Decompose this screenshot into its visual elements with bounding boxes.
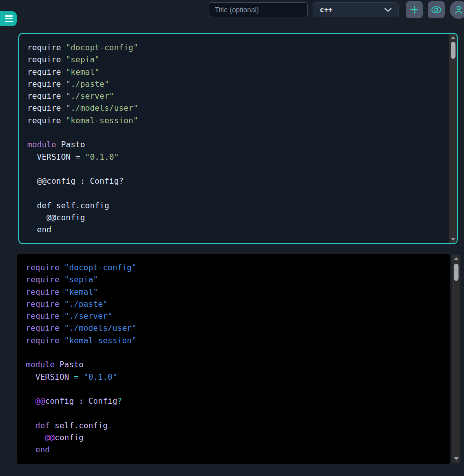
new-paste-button[interactable] bbox=[406, 1, 423, 18]
code-line bbox=[27, 127, 440, 139]
code-line: module Pasto bbox=[27, 139, 440, 151]
code-line: def self.config bbox=[27, 200, 440, 212]
code-line: require "docopt-config" bbox=[26, 262, 442, 274]
hamburger-menu-button[interactable] bbox=[0, 11, 17, 26]
code-line: require "./models/user" bbox=[27, 102, 440, 114]
user-account-button[interactable] bbox=[450, 1, 464, 19]
title-input[interactable] bbox=[209, 2, 308, 17]
highlight-preview-panel: require "docopt-config"require "sepia"re… bbox=[17, 254, 450, 464]
preview-scrollbar[interactable] bbox=[452, 255, 460, 463]
chevron-down-icon bbox=[384, 8, 392, 12]
code-line: end bbox=[27, 224, 440, 236]
code-line: end bbox=[26, 444, 442, 456]
code-editor-panel: require "docopt-config"require "sepia"re… bbox=[18, 33, 458, 244]
code-line: require "kemal-session" bbox=[27, 115, 440, 127]
code-line: require "sepia" bbox=[26, 274, 442, 286]
hamburger-icon bbox=[5, 15, 13, 16]
code-line: require "./paste" bbox=[27, 78, 440, 90]
pastebin-app: { "topbar": { "title_placeholder": "Titl… bbox=[0, 0, 464, 476]
code-editor[interactable]: require "docopt-config"require "sepia"re… bbox=[19, 34, 457, 244]
code-line: require "docopt-config" bbox=[27, 42, 440, 54]
editor-scrollbar[interactable] bbox=[449, 34, 457, 243]
code-line: require "sepia" bbox=[27, 54, 440, 66]
code-line bbox=[27, 163, 440, 175]
code-line bbox=[26, 347, 442, 359]
code-line: @@config bbox=[26, 432, 442, 444]
scroll-down-arrow[interactable] bbox=[454, 457, 459, 460]
plus-icon bbox=[410, 5, 419, 14]
scroll-down-arrow[interactable] bbox=[451, 238, 456, 241]
code-line bbox=[27, 188, 440, 200]
user-icon bbox=[454, 5, 464, 15]
code-line bbox=[26, 408, 442, 420]
scroll-up-arrow[interactable] bbox=[451, 36, 456, 39]
code-line: VERSION = "0.1.0" bbox=[27, 151, 440, 163]
code-line: require "./models/user" bbox=[26, 322, 442, 334]
highlighted-code: require "docopt-config"require "sepia"re… bbox=[17, 254, 450, 464]
scrollbar-thumb[interactable] bbox=[451, 42, 455, 59]
code-line: def self.config bbox=[26, 420, 442, 432]
code-line: module Pasto bbox=[26, 359, 442, 371]
language-select[interactable]: c++ bbox=[313, 2, 399, 17]
code-line: VERSION = "0.1.0" bbox=[26, 371, 442, 383]
code-line: require "./server" bbox=[26, 310, 442, 322]
language-select-value: c++ bbox=[320, 6, 332, 14]
code-line: require "./server" bbox=[27, 90, 440, 102]
code-line: require "kemal" bbox=[27, 66, 440, 78]
scrollbar-thumb[interactable] bbox=[454, 264, 458, 281]
code-line: require "kemal-session" bbox=[26, 335, 442, 347]
code-line: @@config : Config? bbox=[26, 395, 442, 407]
preview-button[interactable] bbox=[428, 1, 445, 18]
scroll-up-arrow[interactable] bbox=[454, 257, 459, 260]
code-line: require "kemal" bbox=[26, 286, 442, 298]
code-line: @@config : Config? bbox=[27, 175, 440, 187]
code-line bbox=[26, 383, 442, 395]
code-line: require "./paste" bbox=[26, 298, 442, 310]
code-line: @@config bbox=[27, 212, 440, 224]
eye-icon bbox=[431, 5, 442, 14]
